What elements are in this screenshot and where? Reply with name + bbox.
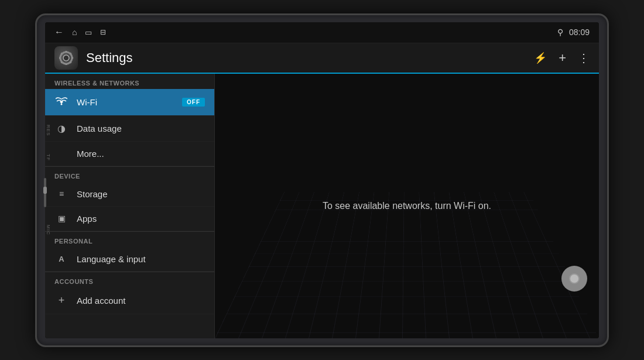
settings-item-language[interactable]: A Language & input: [45, 247, 214, 272]
settings-item-storage[interactable]: ≡ Storage: [45, 182, 214, 207]
add-icon[interactable]: +: [559, 50, 566, 66]
settings-icon-svg: [58, 50, 74, 66]
settings-item-apps[interactable]: ▣ Apps: [45, 207, 214, 231]
status-bar: ← ⌂ ▭ ⊟ ⚲ 08:09: [45, 22, 599, 43]
status-icons: ⚲ 08:09: [557, 28, 590, 37]
section-header-wireless: WIRELESS & NETWORKS: [45, 74, 214, 89]
settings-item-wifi[interactable]: Wi-Fi OFF: [45, 89, 214, 116]
svg-point-3: [61, 103, 63, 105]
device-frame: RES TF MIC ← ⌂ ▭ ⊟ ⚲ 08:09: [35, 13, 609, 347]
apps-icon: ▣: [54, 214, 68, 223]
more-icon[interactable]: ⋮: [578, 51, 590, 65]
add-account-label: Add account: [77, 296, 205, 306]
section-header-personal: PERSONAL: [45, 232, 214, 247]
mic-label: MIC: [39, 225, 51, 235]
scroll-button[interactable]: [561, 266, 587, 292]
app-bar-actions: ⚡ + ⋮: [534, 50, 590, 66]
more-label: More...: [77, 149, 205, 159]
settings-item-more[interactable]: More...: [45, 142, 214, 166]
app-bar: Settings ⚡ + ⋮: [45, 43, 599, 74]
wifi-status-message: To see available networks, turn Wi-Fi on…: [323, 201, 491, 211]
nav-back-icon[interactable]: ←: [54, 27, 64, 37]
add-account-icon: +: [54, 294, 68, 307]
svg-point-5: [570, 275, 578, 283]
tf-label: TF: [39, 154, 51, 161]
settings-app-icon: [54, 46, 78, 70]
location-icon: ⚲: [557, 28, 563, 37]
settings-list: WIRELESS & NETWORKS Wi-Fi OFF: [45, 74, 215, 338]
content-area: WIRELESS & NETWORKS Wi-Fi OFF: [45, 74, 599, 338]
side-labels-container: RES TF MIC: [37, 15, 53, 345]
storage-icon: ≡: [54, 189, 68, 198]
lightning-icon[interactable]: ⚡: [534, 52, 547, 64]
language-icon: A: [54, 255, 68, 263]
data-usage-icon: ◑: [54, 123, 68, 134]
wifi-icon: [54, 96, 68, 108]
apps-label: Apps: [77, 214, 205, 224]
scroll-icon: [568, 273, 580, 284]
wifi-svg: [56, 96, 67, 105]
settings-item-data-usage[interactable]: ◑ Data usage: [45, 116, 214, 142]
main-content-area: To see available networks, turn Wi-Fi on…: [215, 74, 599, 338]
section-header-device: DEVICE: [45, 167, 214, 182]
app-title: Settings: [86, 50, 534, 66]
storage-label: Storage: [77, 189, 205, 199]
res-label: RES: [39, 125, 51, 136]
nav-extra-icon[interactable]: ⊟: [100, 28, 106, 36]
screen: ← ⌂ ▭ ⊟ ⚲ 08:09: [45, 22, 599, 338]
settings-item-add-account[interactable]: + Add account: [45, 287, 214, 314]
language-label: Language & input: [77, 254, 205, 264]
nav-buttons: ← ⌂ ▭ ⊟: [54, 27, 106, 37]
section-header-accounts: ACCOUNTS: [45, 272, 214, 287]
nav-home-icon[interactable]: ⌂: [72, 28, 77, 37]
time-display: 08:09: [569, 28, 590, 37]
data-usage-label: Data usage: [77, 124, 205, 133]
svg-point-2: [63, 55, 69, 61]
wifi-toggle-badge[interactable]: OFF: [182, 98, 205, 107]
nav-recents-icon[interactable]: ▭: [85, 28, 92, 37]
wifi-label: Wi-Fi: [77, 97, 174, 107]
grid-background: [215, 191, 599, 338]
